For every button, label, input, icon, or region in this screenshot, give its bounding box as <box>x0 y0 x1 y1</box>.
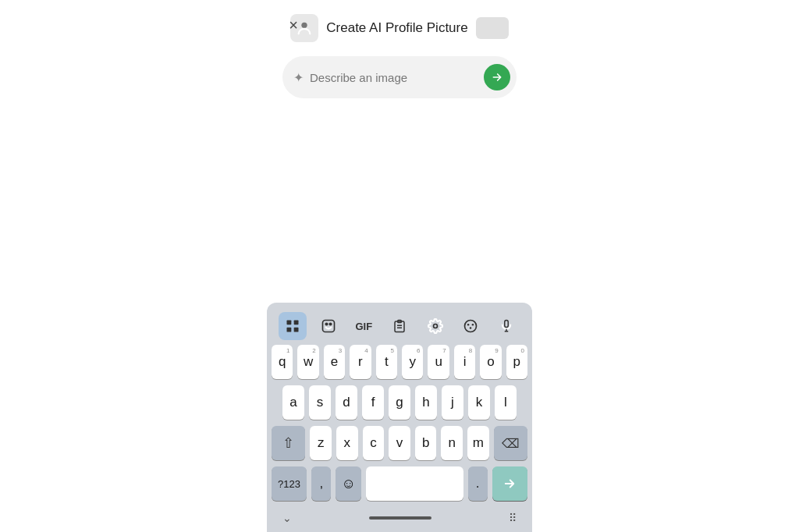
keyboard-row-4: ?123 , ☺ . <box>272 466 527 501</box>
key-a[interactable]: a <box>282 385 304 420</box>
svg-point-12 <box>433 325 437 328</box>
key-u[interactable]: u7 <box>428 345 449 379</box>
space-key[interactable] <box>366 466 463 501</box>
sticker-toolbar-button[interactable] <box>314 312 343 340</box>
svg-rect-5 <box>322 321 334 332</box>
period-key[interactable]: . <box>468 466 488 501</box>
title-area: Create AI Profile Picture <box>290 14 508 42</box>
keyboard-toolbar: GIF <box>272 307 527 345</box>
enter-key[interactable] <box>492 466 527 501</box>
key-r[interactable]: r4 <box>350 345 371 379</box>
home-indicator <box>369 516 431 520</box>
svg-point-15 <box>472 324 474 326</box>
key-v[interactable]: v <box>389 426 410 460</box>
svg-point-13 <box>465 321 477 332</box>
gif-toolbar-button[interactable]: GIF <box>350 312 378 340</box>
key-b[interactable]: b <box>415 426 437 460</box>
key-d[interactable]: d <box>336 385 357 420</box>
key-f[interactable]: f <box>362 385 384 420</box>
keyboard-row-3: ⇧ z x c v b n m ⌫ <box>272 426 527 460</box>
chevron-down-icon[interactable]: ⌄ <box>282 512 292 524</box>
page-title: Create AI Profile Picture <box>326 20 467 36</box>
key-e[interactable]: e3 <box>324 345 345 379</box>
svg-rect-4 <box>294 328 299 332</box>
backspace-key[interactable]: ⌫ <box>494 426 527 460</box>
svg-rect-3 <box>286 328 291 332</box>
keyboard-grid-icon[interactable]: ⠿ <box>509 512 517 524</box>
keyboard: GIF <box>267 303 532 532</box>
svg-point-6 <box>325 323 328 325</box>
enter-arrow-icon <box>502 477 517 491</box>
key-m[interactable]: m <box>467 426 489 460</box>
apps-toolbar-button[interactable] <box>279 312 307 340</box>
sparkle-icon: ✦ <box>293 70 304 85</box>
key-z[interactable]: z <box>310 426 332 460</box>
top-bar: × Create AI Profile Picture <box>0 0 799 50</box>
search-submit-button[interactable]: path{stroke:white;stroke-width:2.5;fill:… <box>484 64 510 90</box>
search-input[interactable] <box>310 71 478 84</box>
search-bar-wrapper: ✦ path{stroke:white;stroke-width:2.5;fil… <box>0 50 799 98</box>
svg-point-7 <box>329 323 332 325</box>
svg-point-16 <box>470 327 472 329</box>
comma-key[interactable]: , <box>311 466 331 501</box>
palette-toolbar-button[interactable] <box>456 312 485 340</box>
search-bar: ✦ path{stroke:white;stroke-width:2.5;fil… <box>282 56 517 98</box>
svg-rect-17 <box>505 321 509 328</box>
key-s[interactable]: s <box>309 385 331 420</box>
key-y[interactable]: y6 <box>402 345 423 379</box>
key-h[interactable]: h <box>415 385 437 420</box>
key-c[interactable]: c <box>363 426 385 460</box>
key-n[interactable]: n <box>441 426 463 460</box>
key-w[interactable]: w2 <box>297 345 318 379</box>
key-j[interactable]: j <box>442 385 463 420</box>
key-p[interactable]: p0 <box>506 345 527 379</box>
title-badge <box>476 17 509 39</box>
svg-rect-1 <box>286 321 291 325</box>
key-i[interactable]: i8 <box>454 345 475 379</box>
keyboard-row-1: q1 w2 e3 r4 t5 y6 u7 i8 o9 p0 <box>272 345 527 379</box>
key-k[interactable]: k <box>468 385 490 420</box>
gif-label: GIF <box>355 321 372 332</box>
close-button[interactable]: × <box>282 14 304 36</box>
clipboard-toolbar-button[interactable] <box>385 312 414 340</box>
key-l[interactable]: l <box>495 385 517 420</box>
shift-key[interactable]: ⇧ <box>272 426 305 460</box>
settings-toolbar-button[interactable] <box>421 312 449 340</box>
key-x[interactable]: x <box>336 426 358 460</box>
numbers-key[interactable]: ?123 <box>272 466 307 501</box>
keyboard-row-2: a s d f g h j k l <box>272 385 527 420</box>
mic-toolbar-button[interactable] <box>492 312 520 340</box>
svg-point-14 <box>467 324 470 326</box>
key-t[interactable]: t5 <box>376 345 397 379</box>
keyboard-bottom-bar: ⌄ ⠿ <box>272 507 527 532</box>
key-q[interactable]: q1 <box>272 345 293 379</box>
emoji-key[interactable]: ☺ <box>336 466 361 501</box>
svg-rect-2 <box>294 321 299 325</box>
key-g[interactable]: g <box>389 385 410 420</box>
arrow-right-icon: path{stroke:white;stroke-width:2.5;fill:… <box>491 71 503 83</box>
key-o[interactable]: o9 <box>480 345 501 379</box>
